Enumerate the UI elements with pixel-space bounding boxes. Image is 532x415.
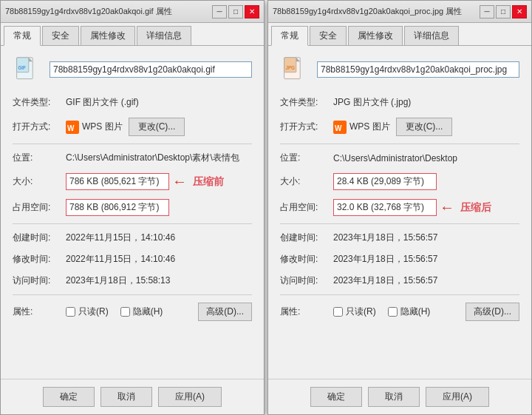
left-disk-label: 占用空间: [13,201,66,214]
left-change-btn[interactable]: 更改(C)... [129,118,185,136]
left-ok-btn[interactable]: 确定 [43,387,95,407]
left-footer: 确定 取消 应用(A) [1,379,264,414]
right-file-icon: JPG [280,55,310,84]
right-footer: 确定 取消 应用(A) [268,379,531,414]
right-openwith-value: WPS 图片 [349,121,390,133]
left-filetype-value: GIF 图片文件 (.gif) [66,96,252,109]
right-filetype-value: JPG 图片文件 (.jpg) [333,96,519,109]
left-minimize-btn[interactable]: ─ [212,5,227,18]
right-tab-general[interactable]: 常规 [271,26,308,46]
right-wps-icon: W [333,121,347,134]
left-readonly-label[interactable]: 只读(R) [66,306,109,318]
left-openwith-content: W WPS 图片 更改(C)... [66,118,252,136]
left-modified-row: 修改时间: 2022年11月15日，14:10:46 [13,249,252,270]
right-ok-btn[interactable]: 确定 [310,387,362,407]
right-modified-label: 修改时间: [280,253,333,266]
left-sep1 [13,144,252,144]
left-openwith-label: 打开方式: [13,121,66,133]
right-dialog: 78b88159gy1g4rdxv88v1g20ak0akqoi_proc.jp… [267,0,532,415]
right-attr-row: 属性: 只读(R) 隐藏(H) 高级(D)... [280,298,519,325]
right-readonly-checkbox[interactable] [333,307,343,317]
right-advanced-btn[interactable]: 高级(D)... [466,303,519,321]
right-sep3 [280,294,519,295]
right-body: JPG 文件类型: JPG 图片文件 (.jpg) 打开方式: W WPS [268,46,531,379]
left-attr-label: 属性: [13,306,66,318]
left-modified-value: 2022年11月15日，14:10:46 [66,253,252,266]
right-sep1 [280,144,519,144]
right-created-label: 创建时间: [280,232,333,244]
left-file-icon: GIF [13,55,42,84]
svg-text:W: W [335,124,342,132]
right-accessed-value: 2023年1月18日，15:56:57 [333,274,519,287]
left-apply-btn[interactable]: 应用(A) [158,387,222,407]
right-size-content: 28.4 KB (29,089 字节) [333,173,519,190]
right-disk-label: 占用空间: [280,201,333,214]
left-tab-security[interactable]: 安全 [42,26,79,45]
left-created-row: 创建时间: 2022年11月15日，14:10:46 [13,227,252,249]
right-tab-security[interactable]: 安全 [310,26,347,45]
right-minimize-btn[interactable]: ─ [480,5,494,18]
left-hidden-text: 隐藏(H) [133,306,163,318]
right-readonly-label[interactable]: 只读(R) [333,306,376,318]
right-disk-row: 占用空间: 32.0 KB (32,768 字节) ← 压缩后 [280,195,519,220]
right-tab-attr[interactable]: 属性修改 [348,26,403,45]
left-tab-general[interactable]: 常规 [4,26,41,46]
right-modified-row: 修改时间: 2023年1月18日，15:56:57 [280,249,519,270]
right-size-value: 28.4 KB (29,089 字节) [333,173,437,190]
right-maximize-btn[interactable]: □ [496,5,511,18]
right-hidden-checkbox[interactable] [388,307,398,317]
left-hidden-label[interactable]: 隐藏(H) [120,306,163,318]
left-file-name-input[interactable] [50,61,252,78]
right-hidden-label[interactable]: 隐藏(H) [388,306,431,318]
left-location-value: C:\Users\Administrator\Desktop\素材\表情包 [66,152,252,164]
left-tab-attr[interactable]: 属性修改 [81,26,135,45]
left-disk-row: 占用空间: 788 KB (806,912 字节) [13,195,252,220]
left-disk-content: 788 KB (806,912 字节) [66,199,252,216]
right-attr-label: 属性: [280,306,333,318]
left-openwith-row: 打开方式: W WPS 图片 更改(C)... [13,113,252,141]
left-disk-value: 788 KB (806,912 字节) [66,199,169,216]
right-close-btn[interactable]: ✕ [512,5,527,18]
right-title-text: 78b88159gy1g4rdxv88v1g20ak0akqoi_proc.jp… [273,6,462,17]
left-body: GIF 文件类型: GIF 图片文件 (.gif) 打开方式: W WPS [1,46,264,379]
right-disk-arrow: ← [440,199,454,216]
right-title-bar: 78b88159gy1g4rdxv88v1g20ak0akqoi_proc.jp… [268,1,531,23]
right-change-btn[interactable]: 更改(C)... [396,118,453,136]
left-title-bar: 78b88159gy1g4rdxv88v1g20ak0akqoi.gif 属性 … [1,1,264,23]
left-cancel-btn[interactable]: 取消 [100,387,152,407]
right-tab-details[interactable]: 详细信息 [404,26,459,45]
right-modified-value: 2023年1月18日，15:56:57 [333,253,519,266]
right-size-row: 大小: 28.4 KB (29,089 字节) [280,169,519,195]
left-hidden-checkbox[interactable] [120,307,130,317]
left-accessed-value: 2023年1月18日，15:58:13 [66,274,252,287]
right-file-name-input[interactable] [317,61,519,78]
left-close-btn[interactable]: ✕ [245,5,259,18]
left-advanced-btn[interactable]: 高级(D)... [198,303,252,321]
left-size-content: 786 KB (805,621 字节) ← 压缩前 [66,173,252,190]
left-readonly-checkbox[interactable] [66,307,75,317]
left-dialog: 78b88159gy1g4rdxv88v1g20ak0akqoi.gif 属性 … [0,0,265,415]
right-apply-btn[interactable]: 应用(A) [426,387,489,407]
left-size-value: 786 KB (805,621 字节) [66,173,169,190]
left-sep3 [13,294,252,295]
right-accessed-row: 访问时间: 2023年1月18日，15:56:57 [280,270,519,291]
right-accessed-label: 访问时间: [280,274,333,287]
svg-text:JPG: JPG [285,65,295,70]
right-title-controls: ─ □ ✕ [480,5,527,18]
left-size-label: 大小: [13,175,66,188]
left-accessed-row: 访问时间: 2023年1月18日，15:58:13 [13,270,252,291]
left-file-header: GIF [13,55,252,84]
left-tab-details[interactable]: 详细信息 [137,26,191,45]
right-disk-value: 32.0 KB (32,768 字节) [333,199,437,216]
left-maximize-btn[interactable]: □ [228,5,243,18]
right-created-value: 2023年1月18日，15:56:57 [333,232,519,244]
right-disk-content: 32.0 KB (32,768 字节) ← 压缩后 [333,199,519,216]
right-sep2 [280,223,519,224]
right-cancel-btn[interactable]: 取消 [368,387,420,407]
right-openwith-row: 打开方式: W WPS 图片 更改(C)... [280,113,519,141]
svg-text:GIF: GIF [18,65,26,70]
left-created-value: 2022年11月15日，14:10:46 [66,232,252,244]
left-tabs: 常规 安全 属性修改 详细信息 [1,23,264,46]
right-filetype-row: 文件类型: JPG 图片文件 (.jpg) [280,92,519,113]
left-location-label: 位置: [13,152,66,164]
